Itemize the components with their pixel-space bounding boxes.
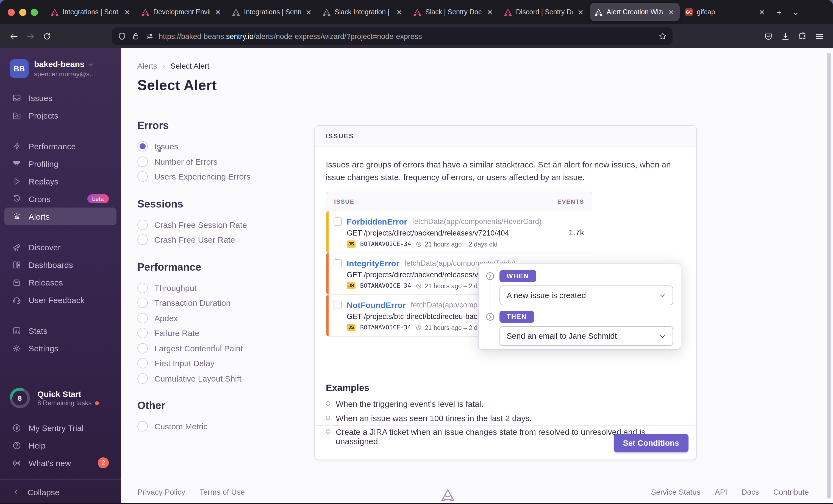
menu-hamburger-icon[interactable] — [815, 31, 824, 41]
browser-tab[interactable]: Slack Integration | S✕ — [318, 3, 408, 21]
radio-button[interactable] — [137, 156, 148, 167]
sidebar-item-stats[interactable]: Stats — [4, 322, 117, 339]
footer-link-contribute[interactable]: Contribute — [774, 487, 809, 496]
sidebar-collapse-button[interactable]: Collapse — [0, 479, 121, 504]
alert-option-issues[interactable]: Issues — [137, 139, 302, 154]
sidebar-item-issues[interactable]: Issues — [4, 89, 117, 106]
radio-button[interactable] — [137, 220, 148, 230]
extensions-puzzle-icon[interactable] — [798, 31, 807, 41]
tab-close-icon[interactable]: ✕ — [304, 8, 313, 16]
tab-close-icon[interactable]: ✕ — [667, 8, 675, 16]
issue-name-link[interactable]: NotFoundError — [347, 300, 406, 310]
javascript-platform-icon: JS — [347, 282, 356, 289]
example-text: When an issue was seen 100 times in the … — [336, 413, 532, 423]
footer-link-service-status[interactable]: Service Status — [651, 487, 700, 496]
url-bar[interactable]: https://baked-beans.sentry.io/alerts/nod… — [112, 27, 672, 45]
alert-option-users-experiencing-errors[interactable]: Users Experiencing Errors — [137, 169, 302, 184]
sidebar-item-user-feedback[interactable]: User Feedback — [4, 291, 117, 308]
issue-row[interactable]: ForbiddenErrorfetchData(app/components/H… — [326, 211, 592, 253]
radio-button[interactable] — [137, 142, 148, 152]
sidebar-item-discover[interactable]: Discover — [4, 238, 117, 256]
browser-tab[interactable]: Development Enviro✕ — [137, 3, 227, 21]
issue-name-link[interactable]: IntegrityError — [347, 259, 400, 268]
forward-button[interactable] — [22, 28, 39, 45]
alert-option-number-of-errors[interactable]: Number of Errors — [137, 154, 302, 169]
downloads-icon[interactable] — [781, 31, 790, 41]
issue-name-link[interactable]: ForbiddenError — [347, 217, 407, 226]
alert-option-crash-free-session-rate[interactable]: Crash Free Session Rate — [137, 217, 302, 232]
footer-link-privacy-policy[interactable]: Privacy Policy — [137, 487, 185, 496]
org-switcher[interactable]: BB baked-beans spencer.murray@s... — [10, 59, 113, 78]
pocket-icon[interactable] — [764, 31, 773, 41]
radio-button[interactable] — [137, 421, 148, 432]
radio-button[interactable] — [137, 358, 148, 369]
issue-checkbox[interactable] — [334, 301, 342, 309]
bookmark-star-icon[interactable] — [658, 32, 667, 41]
sidebar-item-projects[interactable]: Projects — [4, 106, 117, 124]
sidebar-item-profiling[interactable]: Profiling — [4, 155, 117, 172]
tracking-protection-shield-icon[interactable] — [118, 32, 126, 41]
radio-button[interactable] — [137, 283, 148, 293]
browser-tab[interactable]: Integrations | Sentry✕ — [46, 3, 136, 21]
sidebar-item-dashboards[interactable]: Dashboards — [4, 256, 117, 273]
alert-option-first-input-delay[interactable]: First Input Delay — [137, 356, 302, 371]
tab-close-icon[interactable]: ✕ — [486, 8, 494, 16]
reload-button[interactable] — [39, 28, 55, 45]
sidebar-item-performance[interactable]: Performance — [4, 137, 117, 155]
tab-close-icon[interactable]: ✕ — [758, 8, 766, 16]
alert-option-apdex[interactable]: Apdex — [137, 310, 302, 326]
footer-link-docs[interactable]: Docs — [741, 487, 759, 496]
issue-checkbox[interactable] — [334, 218, 342, 226]
tab-close-icon[interactable]: ✕ — [123, 8, 131, 16]
alert-option-custom-metric[interactable]: Custom Metric — [137, 419, 302, 434]
browser-window: Integrations | Sentry✕Development Enviro… — [0, 0, 833, 504]
back-button[interactable] — [5, 28, 22, 45]
tab-close-icon[interactable]: ✕ — [214, 8, 222, 16]
sidebar-item-alerts[interactable]: Alerts — [4, 207, 117, 225]
footer-link-api[interactable]: API — [715, 487, 727, 496]
alert-option-throughput[interactable]: Throughput — [137, 280, 302, 295]
radio-button[interactable] — [137, 373, 148, 384]
new-tab-button[interactable]: + — [771, 4, 787, 20]
radio-button[interactable] — [137, 313, 148, 323]
tab-close-icon[interactable]: ✕ — [576, 8, 585, 16]
issue-checkbox[interactable] — [334, 259, 342, 268]
sidebar-item-releases[interactable]: Releases — [4, 273, 117, 291]
then-action-select[interactable]: Send an email to Jane Schmidt — [499, 326, 673, 346]
lock-icon[interactable] — [131, 32, 140, 41]
sidebar-item-my-sentry-trial[interactable]: My Sentry Trial — [4, 419, 117, 436]
footer-link-terms-of-use[interactable]: Terms of Use — [199, 487, 245, 496]
quick-start[interactable]: 8 Quick Start 8 Remaining tasks — [4, 387, 117, 409]
browser-tab[interactable]: Integrations | Sentry✕ — [228, 3, 317, 21]
zoom-window-button[interactable] — [31, 8, 38, 16]
sidebar-item-what-s-new[interactable]: What's new2 — [4, 454, 117, 472]
browser-tab[interactable]: Discord | Sentry Do✕ — [499, 3, 589, 21]
alert-option-largest-contentful-paint[interactable]: Largest Contentful Paint — [137, 341, 302, 356]
browser-tab[interactable]: Alert Creation Wizar✕ — [590, 3, 680, 21]
set-conditions-button[interactable]: Set Conditions — [614, 433, 689, 452]
radio-button[interactable] — [137, 172, 148, 182]
browser-tab[interactable]: Slack | Sentry Docu✕ — [409, 3, 498, 21]
when-condition-select[interactable]: A new issue is created — [499, 285, 673, 305]
sidebar-item-help[interactable]: Help — [4, 436, 117, 454]
minimize-window-button[interactable] — [19, 8, 26, 16]
radio-button[interactable] — [137, 343, 148, 354]
sidebar-item-settings[interactable]: Settings — [4, 339, 117, 357]
list-tabs-button[interactable]: ⌄ — [787, 4, 804, 20]
sidebar-item-crons[interactable]: Cronsbeta — [4, 190, 117, 207]
example-text: When the triggering event's level is fat… — [336, 399, 483, 408]
tab-close-icon[interactable]: ✕ — [395, 8, 403, 16]
radio-button[interactable] — [137, 298, 148, 308]
radio-button[interactable] — [137, 235, 148, 245]
radio-button[interactable] — [137, 328, 148, 338]
alert-option-cumulative-layout-shift[interactable]: Cumulative Layout Shift — [137, 371, 302, 386]
browser-tab[interactable]: GCgifcap✕ — [681, 3, 770, 21]
scrollbar-thumb[interactable] — [827, 53, 831, 499]
permissions-icon[interactable] — [145, 32, 154, 41]
alert-option-failure-rate[interactable]: Failure Rate — [137, 326, 302, 341]
alert-option-transaction-duration[interactable]: Transaction Duration — [137, 295, 302, 310]
close-window-button[interactable] — [8, 8, 15, 16]
breadcrumb-alerts-link[interactable]: Alerts — [137, 61, 157, 70]
alert-option-crash-free-user-rate[interactable]: Crash Free User Rate — [137, 232, 302, 247]
sidebar-item-replays[interactable]: Replays — [4, 172, 117, 190]
